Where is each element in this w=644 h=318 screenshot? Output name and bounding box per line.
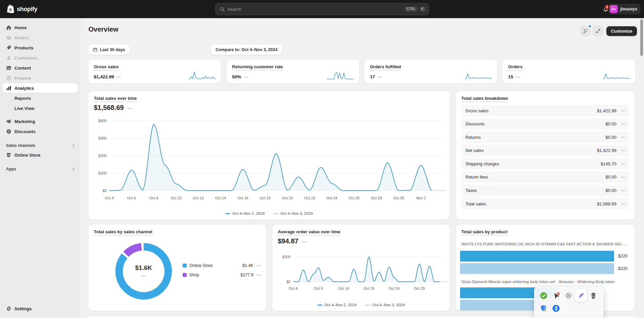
user-menu[interactable]: jbe jbeautys bbox=[608, 4, 641, 14]
legend-item-solid: Oct 4–Nov 2, 2024 bbox=[225, 211, 265, 215]
legend-swatch bbox=[317, 305, 322, 306]
shopify-bag-icon: S bbox=[6, 4, 14, 14]
sidebar-section-apps[interactable]: Apps bbox=[0, 165, 80, 173]
card-title: Total sales by sales channel bbox=[94, 229, 152, 234]
avatar: jbe bbox=[610, 5, 618, 13]
breakdown-row-returns: Returns$0.00— bbox=[461, 131, 629, 143]
svg-text:Oct 4: Oct 4 bbox=[289, 286, 298, 290]
row-label: Shipping charges bbox=[465, 161, 601, 166]
sidebar-nav: HomeOrdersProductsCustomersContentFinanc… bbox=[0, 18, 80, 136]
sidebar-item-label: Marketing bbox=[14, 119, 35, 124]
new-indicator-dot bbox=[588, 25, 592, 28]
svg-text:$200: $200 bbox=[99, 154, 107, 158]
bluetooth-extension-icon[interactable] bbox=[550, 302, 562, 315]
legend-swatch bbox=[273, 213, 278, 214]
compare-label: Compare to: Oct 4–Nov 3, 2024 bbox=[216, 47, 277, 52]
metric-title: Orders bbox=[508, 64, 523, 69]
date-range-label: Last 30 days bbox=[100, 47, 125, 52]
green-check-extension-icon[interactable] bbox=[537, 289, 550, 302]
product-name: WHITE LYS PURE WHITENING OIL RICH IN VIT… bbox=[461, 242, 629, 246]
row-value: $145.70 bbox=[601, 161, 616, 166]
trash-extension-icon[interactable] bbox=[587, 289, 600, 302]
svg-text:Oct 8: Oct 8 bbox=[149, 196, 158, 200]
product-bar-current[interactable] bbox=[460, 251, 614, 262]
breakdown-row-discounts: Discounts$0.00— bbox=[461, 118, 629, 130]
sidebar-item-label: Live View bbox=[14, 106, 34, 111]
total-sales-line-chart: $400$300$200$100$0Oct 4Oct 6Oct 8Oct 10O… bbox=[88, 91, 450, 205]
svg-text:Oct 9: Oct 9 bbox=[314, 286, 323, 290]
row-label: Returns bbox=[465, 135, 605, 140]
sidebar-item-marketing[interactable]: Marketing bbox=[3, 117, 78, 126]
channel-label: Online Store bbox=[189, 263, 240, 268]
sidebar-item-content[interactable]: Content bbox=[3, 63, 78, 73]
calendar-icon bbox=[93, 47, 98, 52]
sidebar-item-analytics[interactable]: Analytics bbox=[3, 83, 78, 93]
fullscreen-button[interactable] bbox=[593, 26, 603, 36]
user-name: jbeautys bbox=[620, 7, 637, 11]
date-range-button[interactable]: Last 30 days bbox=[88, 44, 129, 55]
legend-swatch bbox=[225, 213, 230, 214]
channel-value: $1.4K— bbox=[242, 263, 261, 268]
sidebar-item-home[interactable]: Home bbox=[3, 23, 78, 32]
card-title: Total sales breakdown bbox=[461, 96, 508, 101]
shopify-logo[interactable]: S shopify bbox=[6, 4, 37, 14]
scrollbar-thumb[interactable] bbox=[640, 19, 643, 56]
total-sales-breakdown-card: Total sales breakdown Gross sales$1,422.… bbox=[456, 91, 635, 220]
breakdown-row-shipping-charges: Shipping charges$145.70— bbox=[461, 158, 629, 169]
svg-text:Nov 1: Nov 1 bbox=[416, 196, 426, 200]
search-input[interactable]: Search CTRL K bbox=[215, 3, 429, 15]
card-title: Total sales by product bbox=[461, 229, 507, 234]
sidebar-section-sales-channels[interactable]: Sales channels bbox=[0, 142, 80, 150]
svg-text:Oct 10: Oct 10 bbox=[171, 196, 181, 200]
kbd-ctrl: CTRL bbox=[405, 6, 418, 12]
svg-text:Oct 16: Oct 16 bbox=[237, 196, 248, 200]
svg-text:Oct 4: Oct 4 bbox=[105, 196, 114, 200]
clover-extension-icon[interactable] bbox=[562, 289, 575, 302]
average-order-value-card: Average order value over time $94.87— $2… bbox=[272, 225, 450, 311]
sidebar-item-finance: Finance bbox=[3, 73, 78, 83]
feather-extension-icon[interactable] bbox=[575, 289, 587, 302]
sidebar-item-products[interactable]: Products bbox=[3, 43, 78, 52]
sidebar-item-settings[interactable]: Settings bbox=[3, 304, 78, 313]
metric-sparkline bbox=[326, 71, 354, 80]
product-bar-compare[interactable] bbox=[460, 263, 614, 274]
breakdown-rows: Gross sales$1,422.99—Discounts$0.00—Retu… bbox=[461, 105, 629, 211]
row-label: Taxes bbox=[465, 188, 605, 193]
sidebar-item-label: Products bbox=[14, 45, 33, 50]
chevron-right-icon bbox=[71, 144, 76, 148]
customers-icon bbox=[6, 55, 11, 61]
sidebar-item-discounts[interactable]: Discounts bbox=[3, 127, 78, 136]
bell-icon: 8 bbox=[603, 6, 609, 12]
bar-value-label: $220 bbox=[618, 263, 628, 274]
compare-to-button[interactable]: Compare to: Oct 4–Nov 3, 2024 bbox=[211, 44, 282, 55]
chart-legend: Oct 4–Nov 2, 2024Oct 4–Nov 3, 2024 bbox=[272, 303, 450, 307]
breakdown-row-total-sales: Total sales$1,568.69— bbox=[461, 198, 629, 209]
sales-channels-list: Online Store bbox=[0, 150, 80, 160]
search-placeholder: Search bbox=[227, 7, 403, 12]
settings-label: Settings bbox=[14, 306, 32, 311]
svg-text:$100: $100 bbox=[99, 171, 107, 175]
extension-tray-overlay bbox=[534, 286, 604, 318]
metric-title: Orders fulfilled bbox=[370, 64, 401, 69]
magic-insights-button[interactable] bbox=[580, 26, 591, 36]
metric-card-gross-sales: Gross sales$1,422.99— bbox=[88, 59, 221, 83]
shield-warning-extension-icon[interactable] bbox=[537, 302, 550, 315]
row-label: Net sales bbox=[465, 148, 597, 153]
sidebar-item-online-store[interactable]: Online Store bbox=[3, 150, 78, 160]
topbar: S shopify Search CTRL K 8 jbe jbeautys bbox=[0, 0, 644, 18]
legend-swatch bbox=[183, 264, 187, 268]
donut-legend: Online Store$1.4K—Shop$177.9— bbox=[183, 261, 261, 280]
sidebar-item-reports[interactable]: Reports bbox=[3, 93, 78, 103]
svg-text:$400: $400 bbox=[99, 119, 107, 123]
sidebar-item-label: Finance bbox=[14, 76, 31, 81]
svg-text:Oct 24: Oct 24 bbox=[389, 286, 400, 290]
breakdown-row-return-fees: Return fees$0.00— bbox=[461, 171, 629, 183]
metric-card-orders-fulfilled: Orders fulfilled17— bbox=[365, 59, 497, 83]
card-title: Total sales over time bbox=[94, 96, 137, 101]
customize-button[interactable]: Customize bbox=[606, 26, 637, 36]
sidebar-item-label: Customers bbox=[14, 55, 37, 61]
sidebar-item-label: Reports bbox=[14, 96, 31, 101]
sidebar-item-label: Content bbox=[14, 66, 31, 71]
navigation-blocked-extension-icon[interactable] bbox=[550, 289, 562, 302]
sidebar-item-live-view[interactable]: Live View bbox=[3, 104, 78, 113]
